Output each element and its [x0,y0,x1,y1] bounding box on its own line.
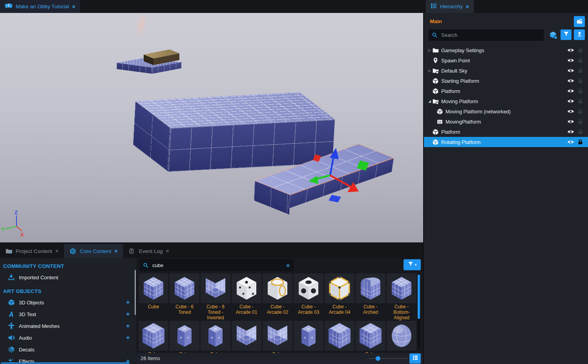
lock-icon[interactable] [577,67,583,74]
asset-tile-cube-arcade-01[interactable]: Cube - Arcade 01 [232,273,261,320]
visibility-eye-icon[interactable] [567,98,574,104]
close-icon[interactable]: × [115,248,118,254]
tab-project-content[interactable]: Project Content × [0,244,64,258]
asset-tile-item[interactable] [387,321,416,357]
hierarchy-tab[interactable]: Hierarchy × [426,0,474,13]
hierarchy-item-default-sky[interactable]: ▷Default Sky [424,66,588,76]
hierarchy-item-moving-platform[interactable]: ◢Moving Platform [424,96,588,106]
tree-collapsed-icon[interactable]: ▷ [427,69,432,73]
lock-icon[interactable] [577,88,583,94]
export-button[interactable] [574,29,585,40]
lock-icon[interactable] [577,108,583,115]
sidebar-scrollbar[interactable] [135,270,136,315]
lock-icon[interactable] [577,57,583,64]
object-mode-icon[interactable] [549,31,558,40]
visibility-eye-icon[interactable] [567,129,574,135]
tab-label: Core Content [80,248,111,254]
hierarchy-filter-button[interactable] [561,29,572,40]
decal-icon [8,346,15,353]
tab-event-log[interactable]: Event Log × [123,244,175,258]
close-icon[interactable]: × [466,4,469,9]
hierarchy-item-rotating-platform[interactable]: Rotating Platform [424,137,588,147]
lock-icon[interactable] [577,118,583,125]
hierarchy-item-gameplay-settings[interactable]: ▷Gameplay Settings [424,45,588,55]
hexagon-icon [69,248,77,254]
tree-expanded-icon[interactable]: ◢ [427,99,432,103]
asset-thumbnail [294,273,323,303]
asset-tile-cube[interactable]: Cube [139,321,168,357]
hierarchy-item-platform[interactable]: Platform [424,86,588,96]
add-button[interactable]: + [126,322,130,330]
visibility-eye-icon[interactable] [567,88,574,94]
sidebar-h-scrollbar[interactable] [1,362,130,364]
asset-tile-cube[interactable]: Cube [139,273,168,320]
add-button[interactable]: + [126,310,130,318]
lock-icon[interactable] [577,129,583,135]
visibility-eye-icon[interactable] [567,67,574,74]
visibility-eye-icon[interactable] [567,47,574,53]
sidebar-item-imported-content[interactable]: Imported Content [0,271,136,283]
hierarchy-item-platform[interactable]: Platform [424,127,588,137]
lock-icon[interactable] [577,47,583,53]
asset-tile-cube-arcade-04[interactable]: Cube - Arcade 04 [325,273,354,320]
sidebar-item-3d-objects[interactable]: 3D Objects+ [0,297,136,308]
visibility-eye-icon[interactable] [567,139,574,145]
3d-viewport[interactable]: Z Y X [0,13,423,242]
sidebar-item-3d-text[interactable]: 3D Text+ [0,308,136,320]
lock-icon[interactable] [577,78,583,84]
clear-search-icon[interactable]: × [286,262,290,268]
asset-tile-item[interactable] [294,321,323,357]
asset-tile-cube-6-toned-inverted[interactable]: Cube - 6 Toned - Inverted [201,273,230,320]
hierarchy-item-moving-platform-networked[interactable]: Moving Platform (networked) [424,106,588,116]
clipboard-icon [129,248,136,254]
visibility-eye-icon[interactable] [567,108,574,115]
asset-thumbnail [170,273,199,303]
slider-thumb[interactable] [376,356,380,361]
project-tab[interactable]: Make an Obby Tutorial × [0,0,80,13]
tab-core-content[interactable]: Core Content × [64,244,123,258]
hierarchy-item-spawn-point[interactable]: Spawn Point [424,55,588,66]
asset-tile-cube[interactable]: Cube [263,321,292,357]
add-button[interactable]: + [126,334,130,342]
lock-icon[interactable] [577,139,583,145]
scene-settings-button[interactable] [574,16,585,27]
lock-icon[interactable] [577,98,583,104]
asset-search-input[interactable] [152,262,283,269]
asset-search[interactable]: × [140,259,294,271]
asset-scrollbar-thumb[interactable] [418,275,420,319]
asset-tile-cube-6-toned[interactable]: Cube - 6 Toned [170,273,199,320]
asset-label: Cube - Bottom-Aligned [387,304,416,320]
asset-filter-button[interactable]: ▾ [404,259,421,270]
thumbnail-size-slider[interactable] [369,358,408,359]
asset-tile-cube-arched[interactable]: Cube - Arched [356,273,385,320]
sidebar-item-animated-meshes[interactable]: Animated Meshes+ [0,320,136,332]
close-icon[interactable]: × [55,248,58,254]
hierarchy-search-input[interactable] [440,32,543,38]
close-icon[interactable]: × [166,248,169,254]
axis-y-label: Y [1,226,5,232]
asset-tile-cube[interactable]: Cube [170,321,199,357]
hierarchy-search[interactable] [429,29,544,41]
sidebar-item-decals[interactable]: Decals [0,344,136,355]
asset-tile-cube[interactable]: Cube [356,321,385,357]
add-button[interactable]: + [126,298,130,306]
asset-tile-cube-arcade-02[interactable]: Cube - Arcade 02 [263,273,292,320]
close-icon[interactable]: × [72,4,75,9]
asset-tile-cube-bottom-aligned[interactable]: Cube - Bottom-Aligned [387,273,416,320]
asset-tile-cube-arcade-03[interactable]: Cube - Arcade 03 [294,273,323,320]
view-mode-button[interactable] [409,353,421,364]
asset-tile-cube[interactable]: Cube [201,321,230,357]
hierarchy-item-movingplatform[interactable]: MovingPlatform [424,116,588,127]
visibility-eye-icon[interactable] [567,57,574,64]
sidebar-item-audio[interactable]: Audio+ [0,332,136,344]
visibility-eye-icon[interactable] [567,118,574,125]
hierarchy-item-label: Gameplay Settings [441,47,567,53]
asset-tile-item[interactable] [232,321,261,357]
hierarchy-item-starting-platform[interactable]: Starting Platform [424,76,588,86]
visibility-eye-icon[interactable] [567,78,574,84]
asset-thumbnail [325,321,354,351]
sidebar-item-label: Decals [19,347,136,353]
tree-collapsed-icon[interactable]: ▷ [427,48,432,52]
asset-tile-item[interactable] [325,321,354,357]
asset-thumbnail [263,321,292,351]
